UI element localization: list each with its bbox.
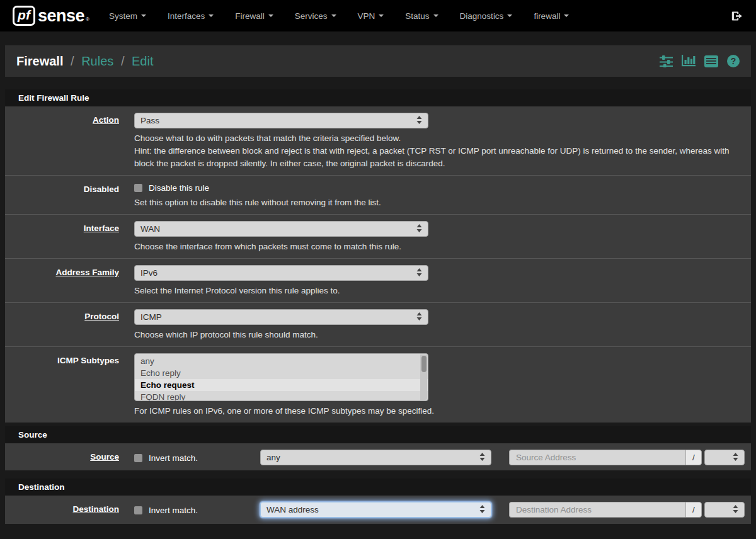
caret-down-icon xyxy=(433,14,438,17)
form-row-address-family: Address Family IPv6 Select the Internet … xyxy=(5,258,751,302)
panel-title: Destination xyxy=(5,479,751,496)
breadcrumb-rules-link[interactable]: Rules xyxy=(81,54,113,68)
menu-firewall[interactable]: Firewall xyxy=(224,0,284,31)
caret-down-icon xyxy=(268,14,273,17)
form-row-source: Source Invert match. any / xyxy=(5,443,751,470)
address-family-help: Select the Internet Protocol version thi… xyxy=(134,285,742,297)
caret-down-icon xyxy=(141,14,146,17)
breadcrumb-firewall: Firewall xyxy=(16,54,63,68)
caret-down-icon xyxy=(507,14,512,17)
select-arrows-icon xyxy=(416,312,422,322)
select-arrows-icon xyxy=(479,505,485,515)
menu-services[interactable]: Services xyxy=(284,0,347,31)
interface-select[interactable]: WAN xyxy=(134,221,428,237)
menu-interfaces[interactable]: Interfaces xyxy=(157,0,224,31)
mask-separator: / xyxy=(685,502,702,518)
caret-down-icon xyxy=(564,14,569,17)
destination-address-input[interactable] xyxy=(509,502,685,518)
scrollbar-thumb[interactable] xyxy=(421,356,427,372)
interface-label[interactable]: Interface xyxy=(84,224,119,233)
sliders-icon[interactable] xyxy=(660,55,673,67)
sign-out-icon[interactable] xyxy=(731,10,743,22)
breadcrumb: Firewall / Rules / Edit xyxy=(16,54,153,69)
select-arrows-icon xyxy=(733,453,738,463)
form-row-action: Action Pass Choose what to do with packe… xyxy=(5,106,751,175)
source-invert-label: Invert match. xyxy=(149,453,198,463)
action-help: Choose what to do with packets that matc… xyxy=(134,132,742,170)
help-circle-icon[interactable]: ? xyxy=(727,55,740,67)
destination-invert-label: Invert match. xyxy=(149,506,198,515)
icmp-option-echo-request[interactable]: Echo request xyxy=(135,379,428,391)
form-row-destination: Destination Invert match. WAN address / xyxy=(5,496,751,524)
main-menu: System Interfaces Firewall Services VPN … xyxy=(98,0,580,31)
menu-diagnostics[interactable]: Diagnostics xyxy=(449,0,524,31)
select-arrows-icon xyxy=(416,268,422,278)
form-row-icmp-subtypes: ICMP Subtypes any Echo reply Echo reques… xyxy=(5,346,751,423)
select-arrows-icon xyxy=(479,453,485,463)
icmp-option-fqdn-reply[interactable]: FQDN reply xyxy=(135,391,428,401)
pfsense-logo-sense: sense xyxy=(38,6,84,26)
caret-down-icon xyxy=(331,14,336,17)
source-type-select[interactable]: any xyxy=(260,450,491,465)
protocol-help: Choose which IP protocol this rule shoul… xyxy=(134,329,742,341)
multiselect-scrollbar[interactable] xyxy=(420,355,427,400)
select-arrows-icon xyxy=(416,224,422,234)
mask-separator: / xyxy=(685,450,702,465)
breadcrumb-edit-link[interactable]: Edit xyxy=(132,54,153,68)
menu-hostname-firewall[interactable]: firewall xyxy=(523,0,580,31)
address-family-label[interactable]: Address Family xyxy=(55,268,119,277)
destination-invert-checkbox[interactable] xyxy=(134,506,142,514)
destination-label[interactable]: Destination xyxy=(72,504,119,514)
pfsense-logo-pf: pf xyxy=(13,6,35,26)
menu-vpn[interactable]: VPN xyxy=(347,0,395,31)
source-invert-checkbox[interactable] xyxy=(134,454,142,462)
protocol-label[interactable]: Protocol xyxy=(84,312,119,321)
destination-mask-select[interactable] xyxy=(704,502,745,518)
action-label[interactable]: Action xyxy=(93,115,119,125)
menu-system[interactable]: System xyxy=(98,0,157,31)
disabled-label: Disabled xyxy=(84,184,119,194)
icmp-subtypes-help: For ICMP rules on IPv6, one or more of t… xyxy=(134,405,742,417)
svg-text:?: ? xyxy=(731,56,736,66)
select-arrows-icon xyxy=(416,116,422,126)
pfsense-logo[interactable]: pf sense ® xyxy=(13,6,89,26)
form-row-protocol: Protocol ICMP Choose which IP protocol t… xyxy=(5,302,751,346)
icmp-subtypes-label: ICMP Subtypes xyxy=(57,356,119,365)
address-family-select[interactable]: IPv6 xyxy=(134,265,428,281)
panel-destination: Destination Destination Invert match. WA… xyxy=(5,479,751,524)
icmp-subtypes-multiselect[interactable]: any Echo reply Echo request FQDN reply xyxy=(134,353,428,401)
source-mask-select[interactable] xyxy=(704,450,745,465)
action-select[interactable]: Pass xyxy=(134,113,428,128)
source-address-input[interactable] xyxy=(509,450,685,465)
panel-source: Source Source Invert match. any xyxy=(5,426,751,470)
icmp-option-any[interactable]: any xyxy=(135,354,428,367)
destination-type-select[interactable]: WAN address xyxy=(260,502,491,518)
caret-down-icon xyxy=(209,14,214,17)
form-row-disabled: Disabled Disable this rule Set this opti… xyxy=(5,175,751,214)
protocol-select[interactable]: ICMP xyxy=(134,309,428,325)
form-row-interface: Interface WAN Choose the interface from … xyxy=(5,214,751,258)
caret-down-icon xyxy=(379,14,384,17)
breadcrumb-bar: Firewall / Rules / Edit xyxy=(5,45,751,77)
disabled-help: Set this option to disable this rule wit… xyxy=(134,196,742,209)
panel-title: Edit Firewall Rule xyxy=(5,89,751,106)
panel-edit-firewall-rule: Edit Firewall Rule Action Pass Choose wh… xyxy=(5,89,751,423)
menu-status[interactable]: Status xyxy=(394,0,449,31)
disable-rule-checkbox[interactable] xyxy=(134,184,142,192)
registered-mark: ® xyxy=(86,16,89,22)
list-icon[interactable] xyxy=(704,55,718,67)
select-arrows-icon xyxy=(733,505,738,515)
icmp-option-echo-reply[interactable]: Echo reply xyxy=(135,367,428,379)
top-navbar: pf sense ® System Interfaces Firewall Se… xyxy=(0,0,756,31)
panel-title: Source xyxy=(5,426,751,443)
disable-rule-checkbox-label: Disable this rule xyxy=(149,183,209,193)
interface-help: Choose the interface from which packets … xyxy=(134,241,742,253)
bar-chart-icon[interactable] xyxy=(682,55,696,67)
source-label[interactable]: Source xyxy=(90,452,119,462)
